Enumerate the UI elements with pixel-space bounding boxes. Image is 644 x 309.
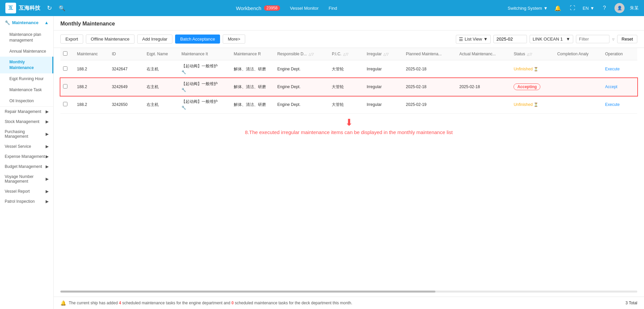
more-button[interactable]: More> (223, 35, 245, 44)
row-checkbox-cell[interactable] (60, 60, 74, 78)
sidebar-item-vessel-report[interactable]: Vessel Report ▶ (0, 186, 53, 196)
sort-icon-resp: △▽ (309, 52, 314, 56)
fullscreen-icon[interactable]: ⛶ (568, 3, 577, 13)
add-irregular-button[interactable]: Add Irregular (137, 35, 172, 44)
nav-search-icon[interactable]: 🔍 (59, 5, 65, 11)
chevron-right-icon: ▶ (46, 199, 49, 204)
chevron-down-icon-vessel: ▼ (566, 37, 570, 42)
help-icon[interactable]: ? (600, 3, 609, 13)
cell-completion (554, 96, 602, 114)
export-button[interactable]: Export (60, 35, 83, 44)
list-view-label: List View (465, 37, 482, 42)
cell-eqpt-name: 右主机 (144, 78, 179, 96)
col-header-planned: Planned Maintena... (403, 48, 457, 60)
cell-maint-r: 解体、清洁、研磨 (231, 96, 275, 114)
cell-id: 3242650 (109, 96, 144, 114)
cell-status: Accepting (511, 78, 554, 96)
operation-link[interactable]: Execute (605, 102, 620, 107)
annotation-arrow: ⬇ (345, 117, 353, 128)
username: 朱某 (630, 5, 639, 11)
reset-button[interactable]: Reset (617, 35, 637, 43)
topnav-center: Workbench 23958 Vessel Monitor Find (72, 5, 501, 11)
offline-maintenance-button[interactable]: Offline Maintenance (86, 35, 135, 44)
vessel-selector[interactable]: LINK OCEAN 1 ▼ (530, 35, 573, 43)
scrollbar-track[interactable] (60, 291, 637, 293)
vessel-monitor-nav[interactable]: Vessel Monitor (290, 6, 319, 11)
maintenance-table-container: Maintenanc ID Eqpt. Name Maintenance It (54, 48, 644, 287)
chevron-right-icon: ▶ (46, 177, 49, 181)
operation-link[interactable]: Accept (605, 84, 618, 89)
cell-id: 3242649 (109, 78, 144, 96)
cell-maint-content: 【起动阀】一般维护🔧 (179, 60, 231, 78)
sidebar-item-purchasing-management[interactable]: Purchasing Management ▶ (0, 127, 53, 141)
scrollbar-thumb[interactable] (60, 291, 435, 293)
cell-actual (457, 96, 511, 114)
status-badge: Accepting (514, 83, 540, 90)
notification-icon[interactable]: 🔔 (553, 3, 562, 13)
batch-acceptance-button[interactable]: Batch Acceptance (175, 35, 220, 44)
scrollbar-area[interactable] (54, 287, 644, 297)
cell-resp-dept: Engine Dept. (275, 60, 329, 78)
workbench-nav[interactable]: Workbench 23958 (236, 5, 280, 11)
logo: 互 互海科技 (5, 3, 40, 13)
list-view-selector[interactable]: ☰ List View ▼ (456, 35, 491, 44)
sidebar-item-eqpt-running-hour[interactable]: Eqpt Running Hour (0, 73, 53, 84)
col-header-pic[interactable]: P.I.C. △▽ (329, 48, 364, 60)
sidebar-item-vessel-service[interactable]: Vessel Service ▶ (0, 141, 53, 151)
sidebar-item-budget-management[interactable]: Budget Management ▶ (0, 162, 53, 172)
page-title: Monthly Maintenance (60, 21, 637, 27)
sidebar-item-repair-management[interactable]: Repair Management ▶ (0, 107, 53, 117)
main-content: Monthly Maintenance Export Offline Maint… (54, 16, 644, 309)
cell-maint-content: 【起动阀】一般维护🔧 (179, 96, 231, 114)
sidebar-item-maintenance-plan[interactable]: Maintenance plan management (0, 29, 53, 46)
sidebar-item-patrol-inspection[interactable]: Patrol Inspection ▶ (0, 196, 53, 206)
sidebar-item-maintenance-task[interactable]: Maintenance Task (0, 84, 53, 96)
sidebar-item-stock-management[interactable]: Stock Management ▶ (0, 117, 53, 127)
operation-link[interactable]: Execute (605, 67, 620, 71)
cell-operation[interactable]: Accept (602, 78, 637, 96)
select-all-checkbox[interactable] (63, 51, 67, 56)
filter-input[interactable] (576, 35, 609, 43)
row-checkbox[interactable] (63, 84, 67, 88)
cell-operation[interactable]: Execute (602, 60, 637, 78)
row-checkbox-cell[interactable] (60, 78, 74, 96)
col-header-irregular[interactable]: Irregular △▽ (364, 48, 403, 60)
status-badge: Unfinished ⏳ (514, 67, 538, 71)
cell-operation[interactable]: Execute (602, 96, 637, 114)
sidebar: 🔧 Maintenance ▲ Maintenance plan managem… (0, 16, 54, 309)
chevron-right-icon: ▶ (46, 154, 49, 159)
avatar[interactable]: 👤 (614, 3, 625, 13)
cell-resp-dept: Engine Dept. (275, 96, 329, 114)
checkbox-header (60, 48, 74, 60)
page-header: Monthly Maintenance (54, 16, 644, 30)
find-nav[interactable]: Find (329, 6, 337, 11)
cell-maintenance: 188.2 (74, 78, 109, 96)
language-selector[interactable]: EN ▼ (583, 6, 594, 11)
top-navigation: 互 互海科技 ↻ 🔍 Workbench 23958 Vessel Monito… (0, 0, 644, 16)
col-header-resp[interactable]: Responsible D... △▽ (275, 48, 329, 60)
cell-planned: 2025-02-18 (403, 78, 457, 96)
row-checkbox[interactable] (63, 66, 67, 71)
date-input[interactable] (493, 35, 527, 43)
cell-eqpt-name: 右主机 (144, 60, 179, 78)
maintenance-icon: 🔧 (5, 20, 10, 25)
sidebar-maintenance-header[interactable]: 🔧 Maintenance ▲ (0, 16, 53, 29)
sidebar-item-annual-maintenance[interactable]: Annual Maintenance (0, 46, 53, 57)
deck-count: 0 (231, 301, 234, 305)
filter-icon[interactable]: ▿ (612, 37, 614, 42)
cell-pic: 大管轮 (329, 78, 364, 96)
col-header-maint-it: Maintenance It (179, 48, 231, 60)
cell-status: Unfinished ⏳ (511, 96, 554, 114)
cell-maint-r: 解体、清洁、研磨 (231, 60, 275, 78)
toolbar-right: ☰ List View ▼ LINK OCEAN 1 ▼ ▿ Reset (456, 35, 637, 44)
sidebar-item-oil-inspection[interactable]: Oil Inspection (0, 96, 53, 107)
col-header-status[interactable]: Status △▽ (511, 48, 554, 60)
row-checkbox[interactable] (63, 102, 67, 106)
chevron-right-icon: ▶ (46, 119, 49, 124)
switching-system[interactable]: Switching System ▼ (508, 6, 548, 11)
sidebar-item-voyage-number[interactable]: Voyage Number Management ▶ (0, 172, 53, 186)
sidebar-item-expense-management[interactable]: Expense Management ▶ (0, 151, 53, 162)
row-checkbox-cell[interactable] (60, 96, 74, 114)
sidebar-item-monthly-maintenance[interactable]: Monthly Maintenance (0, 57, 53, 73)
nav-back-icon[interactable]: ↻ (47, 4, 52, 12)
